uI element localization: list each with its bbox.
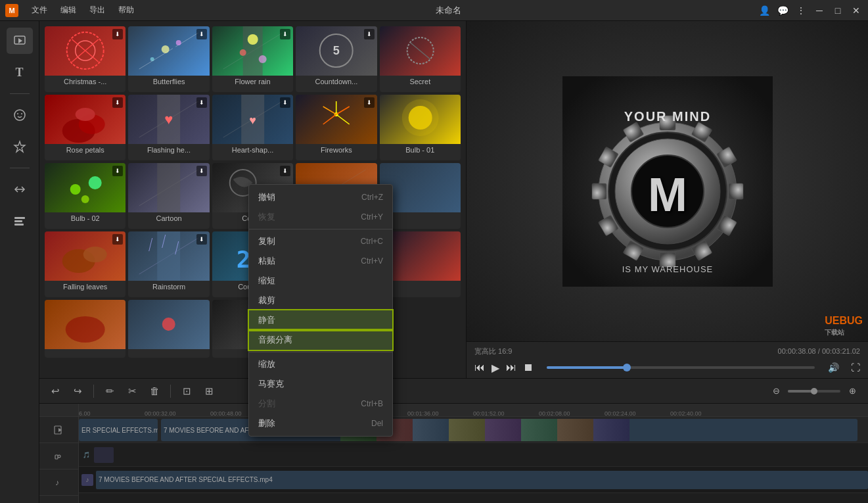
download-icon-cartoon[interactable]: ⬇ [196,166,207,176]
effect-item-butterflies[interactable]: ⬇ Butterflies [128,26,209,92]
effect-item-christmas[interactable]: ⬇ Christmas -... [45,26,126,92]
user-icon[interactable]: 👤 [758,4,771,17]
download-icon-butterflies[interactable]: ⬇ [196,29,207,39]
effect-item-fireworks[interactable]: ⬇ Fireworks [296,95,377,160]
download-icon-countdown[interactable]: ⬇ [364,29,375,39]
delete-button[interactable]: 🗑 [145,382,164,400]
play-button[interactable]: ▶ [491,362,499,374]
effect-item-cartoon[interactable]: ⬇ Cartoon [128,163,209,229]
effect-item-countdown[interactable]: ⬇ 5 Countdown... [296,26,377,92]
zoom-track[interactable] [788,390,840,393]
effect-label-r8 [128,349,209,353]
ctx-paste[interactable]: 粘贴 Ctrl+V [249,251,392,271]
volume-button[interactable]: 🔊 [828,362,839,373]
menu-edit[interactable]: 编辑 [55,3,81,17]
ctx-delete[interactable]: 删除 Del [249,414,392,433]
transition-icon [12,182,27,197]
effect-item-r7[interactable] [45,300,126,358]
ctx-sep-1 [249,229,392,229]
watermark-subtext: 下载站 [825,329,844,336]
track-content-area: 6.00 00:00:32.00 00:00:48.00 00:01:04.00… [79,404,868,503]
svg-text:5: 5 [333,44,340,57]
preview-progress-track[interactable] [547,366,815,369]
zoom-knob[interactable] [811,388,817,395]
chat-icon[interactable]: 💬 [776,4,789,17]
download-icon-confetti[interactable]: ⬇ [280,166,290,176]
stop-button[interactable]: ⏹ [523,362,534,373]
download-icon-fallingleaves[interactable]: ⬇ [112,234,123,245]
ctx-trim[interactable]: 裁剪 [249,291,392,310]
download-icon-rainstorm[interactable]: ⬇ [196,234,207,245]
sticker-tool-button[interactable] [7,102,33,128]
crop-button[interactable]: ⊡ [177,382,196,400]
timeline-tool-button[interactable] [7,208,33,234]
download-icon-flowerrain[interactable]: ⬇ [280,29,290,39]
ctx-shorten[interactable]: 缩短 [249,271,392,291]
effect-item-rainstorm[interactable]: ⬇ Rainstorm [128,231,209,297]
download-icon-rosepetals[interactable]: ⬇ [112,97,123,108]
redo-button[interactable]: ↪ [68,382,87,400]
effects-icon [12,139,27,154]
ctx-copy[interactable]: 复制 Ctrl+C [249,231,392,251]
media-tool-button[interactable] [7,28,33,54]
music-clip[interactable]: 7 MOVIES BEFORE AND AFTER SPECIAL EFFECT… [96,471,868,489]
download-icon-christmas[interactable]: ⬇ [112,29,123,39]
ctx-scale[interactable]: 缩放 [249,354,392,374]
menu-export[interactable]: 导出 [84,3,110,17]
text-tool-button[interactable]: T [7,59,33,85]
svg-rect-68 [729,183,743,199]
audio-track-row: 🎵 [79,443,868,467]
zoom-out-button[interactable]: ⊖ [767,382,785,400]
fullscreen-button[interactable]: ⛶ [851,362,860,373]
effect-item-r8[interactable] [128,300,209,358]
effect-item-bulb01[interactable]: Bulb - 01 [380,95,461,160]
ctx-mosaic[interactable]: 马赛克 [249,374,392,394]
close-button[interactable]: ✕ [850,4,863,17]
edit-button[interactable]: ✏ [101,382,119,400]
transition-tool-button[interactable] [7,176,33,203]
effect-thumb-heartshap: ⬇ ♥ [212,95,293,144]
ctx-audiosep[interactable]: 音频分离 [249,330,392,350]
effect-item-flashinghe[interactable]: ⬇ ♥ Flashing he... [128,95,209,160]
svg-rect-7 [14,217,25,219]
effect-label-heartshap: Heart-shap... [212,144,293,156]
video-clip-1[interactable]: ER SPECIAL EFFECTS.mp4 [79,419,158,441]
ctx-undo-shortcut: Ctrl+Z [361,193,383,202]
window-title: 未命名 [436,5,461,16]
svg-rect-8 [14,220,22,222]
svg-point-4 [21,113,22,114]
zoom-in-button[interactable]: ⊕ [843,382,861,400]
undo-button[interactable]: ↩ [46,382,64,400]
ctx-mute[interactable]: 静音 [249,310,392,330]
audio-track-label [39,443,78,469]
ctx-undo[interactable]: 撤销 Ctrl+Z [249,187,392,207]
cut-button[interactable]: ✂ [123,382,141,400]
effect-item-heartshap[interactable]: ⬇ ♥ Heart-shap... [212,95,293,160]
svg-point-21 [239,49,246,56]
effect-item-fallingleaves[interactable]: ⬇ Falling leaves [45,231,126,297]
effect-item-flowerrain[interactable]: ⬇ Flower rain [212,26,293,92]
menu-help[interactable]: 帮助 [113,3,139,17]
media-icon [12,34,27,48]
download-icon-fireworks[interactable]: ⬇ [364,97,375,108]
effect-item-rosepetals[interactable]: ⬇ Rose petals [45,95,126,160]
transform-button[interactable]: ⊞ [200,382,218,400]
minimize-button[interactable]: ─ [813,4,826,17]
maximize-button[interactable]: □ [831,4,844,17]
effect-item-secret[interactable]: Secret [380,26,461,92]
menu-file[interactable]: 文件 [26,3,53,17]
effect-item-bulb02[interactable]: ⬇ Bulb - 02 [45,163,126,229]
ctx-scale-label: 缩放 [258,358,275,370]
download-icon-bulb02[interactable]: ⬇ [112,166,123,176]
rewind-button[interactable]: ⏮ [474,362,485,373]
effects-tool-button[interactable] [7,133,33,160]
download-icon-heartshap[interactable]: ⬇ [280,97,290,108]
forward-button[interactable]: ⏭ [506,362,516,373]
ctx-split-label: 分割 [258,398,275,410]
preview-progress-fill [547,366,627,369]
ctx-paste-shortcut: Ctrl+V [361,256,383,266]
download-icon-flashinghe[interactable]: ⬇ [196,97,207,108]
more-icon[interactable]: ⋮ [794,4,808,17]
preview-progress-knob[interactable] [623,364,631,371]
context-menu[interactable]: 撤销 Ctrl+Z 恢复 Ctrl+Y 复制 Ctrl+C 粘贴 Ctrl+V … [248,184,393,437]
